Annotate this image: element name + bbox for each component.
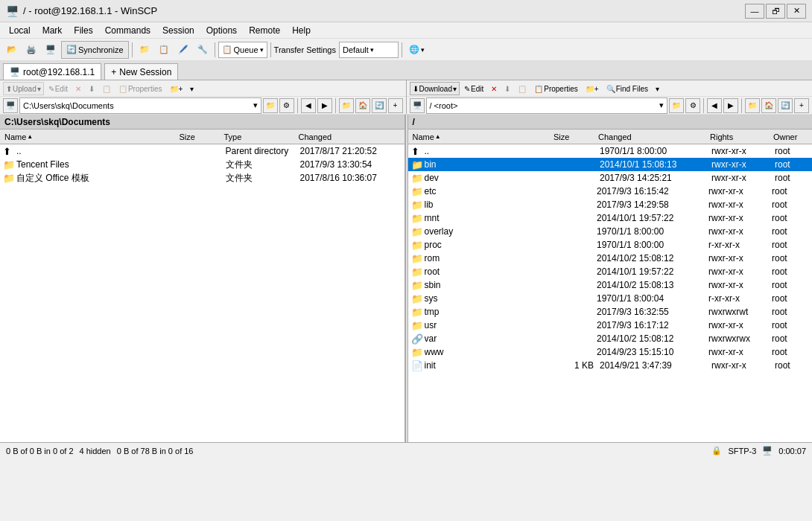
right-file-row-www[interactable]: 📁 www 2014/9/23 15:15:10 rwxr-xr-x root (408, 345, 813, 359)
right-mkdir-btn[interactable]: 📁+ (583, 82, 602, 95)
right-nav-fwd[interactable]: ▶ (723, 98, 738, 113)
right-file-row-dev[interactable]: 📁 dev 2017/9/3 14:25:21 rwxr-xr-x root (408, 171, 813, 185)
right-dl2-btn[interactable]: ⬇ (501, 82, 513, 95)
right-find-btn[interactable]: 🔍 Find Files (603, 82, 651, 95)
right-nav-up[interactable]: 📁 (669, 98, 684, 113)
toolbar-btn7[interactable]: 🔧 (194, 41, 212, 59)
toolbar-btn6[interactable]: 🖊️ (174, 41, 192, 59)
menu-commands[interactable]: Commands (99, 24, 156, 37)
session-tab-root[interactable]: 🖥️ root@192.168.1.1 (3, 63, 101, 80)
right-file-row-sys[interactable]: 📁 sys 1970/1/1 8:00:04 r-xr-xr-x root (408, 292, 813, 305)
right-file-row-mnt[interactable]: 📁 mnt 2014/10/1 19:57:22 rwxr-xr-x root (408, 211, 813, 225)
right-properties-button[interactable]: 📋 Properties (531, 82, 581, 95)
restore-button[interactable]: 🗗 (766, 4, 785, 19)
right-nav-more[interactable]: + (794, 98, 809, 113)
upload-button[interactable]: ⬆ Upload ▾ (3, 82, 44, 95)
addr-separator2 (335, 98, 336, 113)
menu-files[interactable]: Files (68, 24, 98, 37)
menu-local[interactable]: Local (3, 24, 37, 37)
right-nav-back[interactable]: ◀ (707, 98, 722, 113)
pane-toolbar-row: ⬆ Upload ▾ ✎ Edit ✕ ⬇ 📋 📋 Properties 📁+ … (0, 80, 812, 97)
right-col-changed[interactable]: Changed (597, 132, 708, 141)
toolbar-btn3[interactable]: 🖥️ (42, 41, 60, 59)
right-owner-bin: root (772, 159, 809, 170)
right-nav-filter[interactable]: ⚙ (685, 98, 700, 113)
menu-session[interactable]: Session (156, 24, 200, 37)
right-file-row-bin[interactable]: 📁 bin 2014/10/1 15:08:13 rwxr-xr-x root (408, 158, 813, 171)
toolbar-btn2[interactable]: 🖨️ (22, 41, 40, 59)
menu-help[interactable]: Help (286, 24, 317, 37)
title-bar: 🖥️ / - root@192.168.1.1 - WinSCP — 🗗 ✕ (0, 0, 812, 22)
right-file-row-var[interactable]: 🔗 var 2014/10/2 15:08:12 rwxrwxrwx root (408, 332, 813, 345)
right-address-dropdown[interactable]: / <root> ▾ (426, 98, 668, 114)
right-file-row-root[interactable]: 📁 root 2014/10/1 19:57:22 rwxr-xr-x root (408, 265, 813, 278)
left-edit-label: Edit (55, 85, 68, 93)
menu-options[interactable]: Options (200, 24, 243, 37)
left-more-btn[interactable]: ▾ (187, 82, 197, 95)
left-file-row-parent[interactable]: ⬆ .. Parent directory 2017/8/17 21:20:52 (0, 144, 405, 158)
left-edit-button[interactable]: ✎ Edit (45, 82, 71, 95)
right-nav-refresh[interactable]: 🔄 (778, 98, 793, 113)
left-nav-parent[interactable]: 📁 (339, 98, 354, 113)
menu-remote[interactable]: Remote (243, 24, 286, 37)
download-button[interactable]: ⬇ Download ▾ (410, 82, 460, 95)
toolbar-btn4[interactable]: 📁 (136, 41, 153, 59)
toolbar-btn1[interactable]: 📂 (3, 41, 21, 59)
left-col-changed[interactable]: Changed (297, 132, 402, 141)
right-file-row-tmp[interactable]: 📁 tmp 2017/9/3 16:32:55 rwxrwxrwt root (408, 305, 813, 319)
addr-separator1 (297, 98, 298, 113)
menu-mark[interactable]: Mark (37, 24, 69, 37)
right-col-size[interactable]: Size (552, 132, 597, 141)
left-copy-btn[interactable]: 📋 (99, 82, 114, 95)
right-file-row-overlay[interactable]: 📁 overlay 1970/1/1 8:00:00 rwxr-xr-x roo… (408, 225, 813, 238)
left-file-row-1[interactable]: 📁 自定义 Office 模板 文件夹 2017/8/16 10:36:07 (0, 171, 405, 185)
left-file-row-0[interactable]: 📁 Tencent Files 文件夹 2017/9/3 13:30:54 (0, 158, 405, 171)
toolbar-btn5[interactable]: 📋 (155, 41, 173, 59)
right-file-row-lib[interactable]: 📁 lib 2017/9/3 14:29:58 rwxr-xr-x root (408, 198, 813, 211)
left-col-size[interactable]: Size (178, 132, 223, 141)
right-file-row-etc[interactable]: 📁 etc 2017/9/3 16:15:42 rwxr-xr-x root (408, 185, 813, 198)
minimize-button[interactable]: — (745, 4, 764, 19)
left-address-value: C:\Users\skq\Documents (23, 101, 114, 110)
left-nav-up[interactable]: 📁 (263, 98, 278, 113)
left-delete-button[interactable]: ✕ (72, 82, 84, 95)
right-nav-parent[interactable]: 📁 (745, 98, 760, 113)
left-mkdir-btn[interactable]: 📁+ (167, 82, 186, 95)
right-file-row-usr[interactable]: 📁 usr 2017/9/3 16:17:12 rwxr-xr-x root (408, 319, 813, 332)
right-file-row-sbin[interactable]: 📁 sbin 2014/10/2 15:08:13 rwxr-xr-x root (408, 278, 813, 292)
queue-dropdown[interactable]: 📋 Queue ▾ (218, 42, 267, 58)
right-copy-btn[interactable]: 📋 (515, 82, 530, 95)
right-file-row-init[interactable]: 📄 init 1 KB 2014/9/21 3:47:39 rwxr-xr-x … (408, 359, 813, 372)
session-tab-label: root@192.168.1.1 (23, 67, 95, 77)
right-edit-button[interactable]: ✎ Edit (461, 82, 486, 95)
left-nav-filter[interactable]: ⚙ (279, 98, 294, 113)
left-col-name[interactable]: Name ▲ (3, 132, 178, 141)
toolbar-btn8[interactable]: 🌐▾ (405, 41, 428, 59)
right-col-owner[interactable]: Owner (772, 132, 809, 141)
transfer-dropdown[interactable]: Default ▾ (339, 42, 399, 58)
right-file-row-proc[interactable]: 📁 proc 1970/1/1 8:00:00 r-xr-xr-x root (408, 238, 813, 252)
left-nav-more[interactable]: + (388, 98, 403, 113)
right-col-name[interactable]: Name ▲ (411, 132, 553, 141)
left-nav-fwd[interactable]: ▶ (317, 98, 332, 113)
right-nav-home[interactable]: 🏠 (761, 98, 776, 113)
left-nav-home[interactable]: 🏠 (355, 98, 370, 113)
left-addr-btn1[interactable]: 🖥️ (3, 98, 18, 113)
left-nav-back[interactable]: ◀ (301, 98, 316, 113)
left-properties-button[interactable]: 📋 Properties (115, 82, 165, 95)
left-address-dropdown[interactable]: C:\Users\skq\Documents ▾ (19, 98, 261, 114)
new-session-tab[interactable]: + New Session (104, 63, 178, 80)
right-file-row-parent[interactable]: ⬆ .. 1970/1/1 8:00:00 rwxr-xr-x root (408, 144, 813, 158)
close-button[interactable]: ✕ (787, 4, 806, 19)
left-nav-refresh[interactable]: 🔄 (372, 98, 387, 113)
synchronize-button[interactable]: 🔄 Synchronize (61, 41, 129, 59)
right-addr-btn1[interactable]: 🖥️ (410, 98, 425, 113)
left-col-type[interactable]: Type (223, 132, 297, 141)
menu-bar: Local Mark Files Commands Session Option… (0, 22, 812, 39)
upload-label: Upload (13, 85, 37, 93)
right-more-btn[interactable]: ▾ (653, 82, 662, 95)
right-file-row-rom[interactable]: 📁 rom 2014/10/2 15:08:12 rwxr-xr-x root (408, 252, 813, 265)
right-col-rights[interactable]: Rights (708, 132, 772, 141)
left-download-btn[interactable]: ⬇ (86, 82, 98, 95)
right-delete-button[interactable]: ✕ (488, 82, 500, 95)
